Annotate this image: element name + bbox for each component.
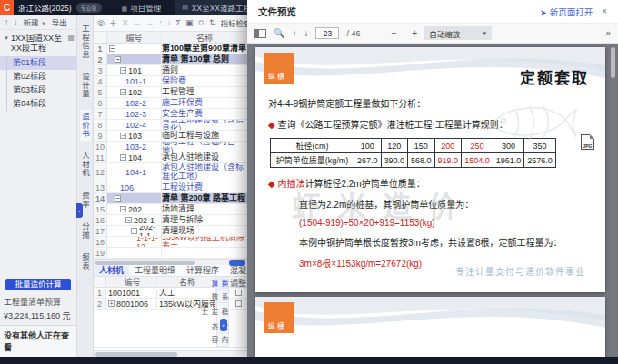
table-row[interactable]: 19 <box>94 248 247 259</box>
collapse-toggle-icon[interactable]: − <box>125 217 132 223</box>
table-row[interactable]: 8102-4智慧工地建设费（含信息化） <box>94 120 247 131</box>
table-row[interactable]: 2−清单 第100章 总则 <box>94 54 247 65</box>
favorite-icon[interactable]: ✩ <box>198 18 205 27</box>
table-row[interactable]: 181-1-1-12135kW以内推土机清除表土 <box>94 237 247 248</box>
sidebar-section-item[interactable]: 第03标段 <box>0 84 76 97</box>
close-preview-icon[interactable]: × <box>602 6 607 16</box>
move-down-icon[interactable]: ↓ <box>14 17 17 26</box>
down-icon[interactable]: ↓ <box>167 18 172 27</box>
panel-icon[interactable]: ▣ <box>185 18 194 27</box>
row-number: 1 <box>94 289 106 298</box>
column-header-code[interactable]: 编号 <box>107 32 162 43</box>
adjust-column: 调整 <box>228 277 247 347</box>
column-header-code[interactable]: 编号 <box>106 277 157 287</box>
up-icon[interactable]: ↑ <box>158 18 163 27</box>
delete-icon[interactable]: ✕ <box>122 18 129 27</box>
bottom-tab-计算程序[interactable]: 计算程序 <box>181 265 224 277</box>
menu-project-management[interactable]: ▦项目管理 <box>122 2 162 13</box>
bottom-tab-工程量明细[interactable]: 工程量明细 <box>129 265 181 277</box>
row-number: 13 <box>94 182 107 192</box>
checkbox-icon[interactable] <box>235 290 242 296</box>
zoom-out-icon[interactable]: − <box>392 28 397 38</box>
caret-down-icon[interactable]: ▼ <box>4 35 9 54</box>
preview-scrollbar[interactable] <box>611 45 616 355</box>
toggle-thumbnails-icon[interactable] <box>254 29 266 38</box>
table-row[interactable]: 5−102工程管理 <box>94 87 247 98</box>
bottom-tab-混凝土拌和[interactable]: 混凝土拌和 <box>224 265 247 277</box>
adjust-checkbox-row[interactable] <box>229 299 247 310</box>
collapse-toggle-icon[interactable]: − <box>120 89 126 95</box>
collapse-toggle-icon[interactable]: − <box>115 195 121 202</box>
collapse-toggle-icon[interactable]: − <box>120 67 126 74</box>
batch-calc-button[interactable]: 批量造价计算 <box>5 279 71 290</box>
table-row[interactable]: 13106工程设计费 <box>94 182 247 193</box>
page-down-icon[interactable]: ↓ <box>304 28 308 38</box>
open-new-page-link[interactable]: ➤新页面打开 <box>540 5 593 18</box>
expand-handle[interactable]: » <box>220 319 227 331</box>
table-row[interactable]: 10103-2临时工程（含临时占地） <box>94 142 247 152</box>
collapse-toggle-icon[interactable]: − <box>131 228 137 234</box>
sum-icon[interactable]: Σ <box>175 18 181 27</box>
scrollbar-thumb[interactable] <box>95 261 195 265</box>
table-header: 编号 名称 <box>94 32 247 44</box>
vertical-tab-分摊[interactable]: 分摊 <box>80 220 91 242</box>
table-row[interactable]: 15−202场地清理 <box>94 204 247 215</box>
table-row[interactable]: 7102-3安全生产费 <box>94 109 247 120</box>
collapse-sidebar-icon[interactable]: ‹ <box>76 203 83 218</box>
scrollbar-handle[interactable] <box>229 260 245 266</box>
search-icon[interactable]: 🔍 <box>274 28 284 38</box>
zoom-in-icon[interactable]: + <box>412 28 417 38</box>
table-row[interactable]: 4101-1保险费 <box>94 76 247 87</box>
collapse-toggle-icon[interactable]: − <box>109 45 115 52</box>
row-name-cell: 工程设计费 <box>162 182 247 192</box>
tree-root-node[interactable]: ▼ 1XX国道XX至XX段工程 ▦ <box>0 33 76 56</box>
table-row[interactable]: 9−103临时工程与设施 <box>94 131 247 142</box>
indicator-check-button[interactable]: 指标检查 <box>221 17 247 28</box>
table-row[interactable]: 1−第100章至第900章清单 <box>94 44 247 54</box>
row-code: 104-1 <box>125 168 146 177</box>
zoom-mode-select[interactable]: 自动缩放▼ <box>424 26 492 40</box>
row-code-cell: −202-1 <box>107 215 162 225</box>
right-icon[interactable]: → <box>145 18 154 27</box>
collapse-toggle-icon[interactable]: − <box>120 154 126 161</box>
vertical-tab-报表[interactable]: 报表 <box>80 251 91 273</box>
vertical-tab-造价书[interactable]: 造价书 <box>80 110 91 142</box>
sidebar-section-item[interactable]: 第01标段 <box>0 56 76 70</box>
page-up-icon[interactable]: ↑ <box>292 28 296 38</box>
document-viewport[interactable]: 纵横 定额套取 对4-4-9钢护筒定额工程量做如下分析： ◆ 查询《公路工程预算… <box>247 44 618 357</box>
left-icon[interactable]: ← <box>133 18 141 27</box>
more-tools-icon[interactable]: » <box>605 28 611 38</box>
table-row[interactable]: 3−101通则 <box>94 65 247 76</box>
adjust-checkbox-row[interactable] <box>229 288 247 299</box>
table-row[interactable]: 14−清单 第200章 路基工程 <box>94 193 247 204</box>
collapse-toggle-icon[interactable]: − <box>120 133 126 139</box>
table-row[interactable]: 11−104承包人驻地建设 <box>94 152 247 163</box>
collapse-toggle-icon[interactable]: − <box>115 56 121 63</box>
vertical-tab-设计量[interactable]: 设计量 <box>80 70 91 102</box>
collapse-toggle-icon[interactable]: − <box>120 206 126 212</box>
column-header-name[interactable]: 名称 <box>162 32 247 43</box>
sidebar-section-item[interactable]: 第04标段 <box>0 97 76 111</box>
add-icon[interactable]: ＋ <box>109 17 117 29</box>
expand-toggle-icon[interactable]: + <box>108 300 115 307</box>
table-row[interactable]: 17−202-1-1清理现场 <box>94 226 247 237</box>
table-row[interactable]: 12104-1承包人驻地建设（含标准化工地） <box>94 163 247 182</box>
bottom-scrollbar[interactable] <box>94 350 247 357</box>
horizontal-scrollbar[interactable] <box>94 259 247 265</box>
table-row[interactable]: 16−202-1清理与拆除 <box>94 215 247 226</box>
table-row[interactable]: 6102-2施工环保费 <box>94 98 247 109</box>
bottom-tab-人材机[interactable]: 人材机 <box>94 265 129 277</box>
move-up-icon[interactable]: ↑ <box>5 17 8 26</box>
vertical-tab-工程信息[interactable]: 工程信息 <box>80 22 91 62</box>
export-button[interactable]: 导出 <box>52 16 67 27</box>
eye-icon[interactable]: ◎ <box>97 18 105 27</box>
sort-icon[interactable]: ⇅ <box>209 18 216 27</box>
sidebar-section-item[interactable]: 第02标段 <box>0 70 76 84</box>
scrollbar-thumb[interactable] <box>611 47 615 78</box>
new-button[interactable]: 新建 ▼ <box>24 16 46 27</box>
vertical-tab-人材机[interactable]: 人材机 <box>80 149 91 181</box>
page-number-input[interactable]: 23 <box>315 27 339 39</box>
checkbox-icon[interactable] <box>235 300 242 307</box>
row-name: 施工环保费 <box>162 99 203 108</box>
column-header-name[interactable]: 名称 <box>157 277 216 287</box>
